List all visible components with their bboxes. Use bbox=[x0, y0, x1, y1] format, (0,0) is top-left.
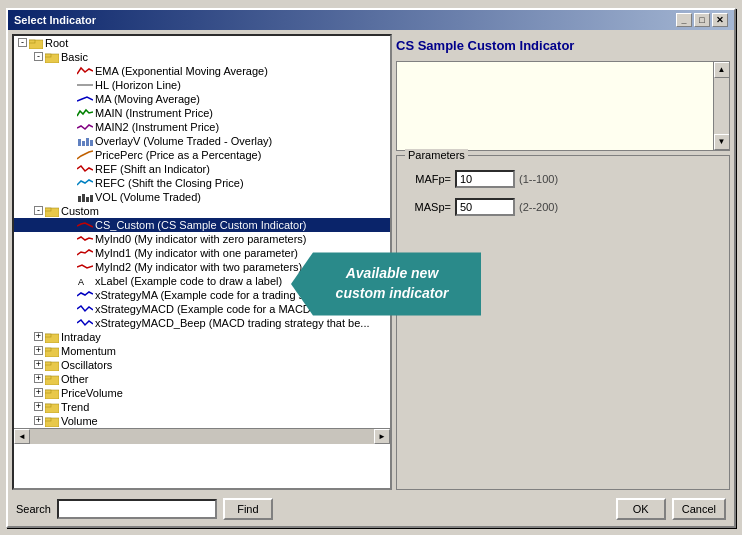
tree-item-main[interactable]: MAIN (Instrument Price) bbox=[14, 106, 390, 120]
folder-icon-volume bbox=[45, 415, 59, 427]
param1-input[interactable] bbox=[455, 170, 515, 188]
hl-label: HL (Horizon Line) bbox=[95, 79, 181, 91]
indicator-icon-refc bbox=[77, 177, 93, 189]
scroll-right-btn[interactable]: ► bbox=[374, 429, 390, 444]
find-button[interactable]: Find bbox=[223, 498, 273, 520]
expand-volume[interactable]: + bbox=[34, 416, 43, 425]
cancel-button[interactable]: Cancel bbox=[672, 498, 726, 520]
param2-range: (2--200) bbox=[519, 201, 558, 213]
tree-item-other[interactable]: + Other bbox=[14, 372, 390, 386]
title-bar-buttons: _ □ ✕ bbox=[676, 13, 728, 27]
svg-rect-19 bbox=[45, 348, 51, 351]
expand-pricevolume[interactable]: + bbox=[34, 388, 43, 397]
tree-item-ema[interactable]: EMA (Exponential Moving Average) bbox=[14, 64, 390, 78]
tree-item-xstrategymacd-beep[interactable]: xStrategyMACD_Beep (MACD trading strateg… bbox=[14, 316, 390, 330]
indicator-icon-main2 bbox=[77, 121, 93, 133]
tree-item-myind0[interactable]: MyInd0 (My indicator with zero parameter… bbox=[14, 232, 390, 246]
myind0-label: MyInd0 (My indicator with zero parameter… bbox=[95, 233, 307, 245]
action-buttons: OK Cancel bbox=[616, 498, 726, 520]
expand-basic[interactable]: - bbox=[34, 52, 43, 61]
other-label: Other bbox=[61, 373, 89, 385]
indicator-icon-priceperc bbox=[77, 149, 93, 161]
tree-item-hl[interactable]: HL (Horizon Line) bbox=[14, 78, 390, 92]
search-label: Search bbox=[16, 503, 51, 515]
tree-item-volume[interactable]: + Volume bbox=[14, 414, 390, 428]
minimize-button[interactable]: _ bbox=[676, 13, 692, 27]
param-row-2: MASp= (2--200) bbox=[401, 198, 725, 216]
arrow-label: Available new custom indicator bbox=[336, 265, 449, 301]
tree-item-momentum[interactable]: + Momentum bbox=[14, 344, 390, 358]
ok-button[interactable]: OK bbox=[616, 498, 666, 520]
scroll-left-btn[interactable]: ◄ bbox=[14, 429, 30, 444]
xstrategymacd-beep-label: xStrategyMACD_Beep (MACD trading strateg… bbox=[95, 317, 370, 329]
expand-trend[interactable]: + bbox=[34, 402, 43, 411]
tree-item-main2[interactable]: MAIN2 (Instrument Price) bbox=[14, 120, 390, 134]
close-button[interactable]: ✕ bbox=[712, 13, 728, 27]
momentum-label: Momentum bbox=[61, 345, 116, 357]
scroll-track[interactable] bbox=[30, 429, 374, 444]
scroll-up-btn[interactable]: ▲ bbox=[714, 62, 730, 78]
svg-rect-10 bbox=[82, 194, 85, 202]
params-group: Parameters MAFp= (1--100) MASp= (2--200) bbox=[396, 155, 730, 490]
svg-rect-21 bbox=[45, 362, 51, 365]
expand-intraday[interactable]: + bbox=[34, 332, 43, 341]
horizontal-scrollbar[interactable]: ◄ ► bbox=[14, 428, 390, 444]
svg-rect-3 bbox=[45, 54, 51, 57]
bottom-bar: Search Find OK Cancel bbox=[8, 494, 734, 526]
ma-label: MA (Moving Average) bbox=[95, 93, 200, 105]
folder-icon-momentum bbox=[45, 345, 59, 357]
tree-item-cs-custom[interactable]: CS_Custom (CS Sample Custom Indicator) bbox=[14, 218, 390, 232]
svg-rect-23 bbox=[45, 376, 51, 379]
indicator-icon-overlayv bbox=[77, 135, 93, 147]
expand-custom[interactable]: - bbox=[34, 206, 43, 215]
folder-icon-intraday bbox=[45, 331, 59, 343]
svg-rect-6 bbox=[82, 141, 85, 146]
tree-item-priceperc[interactable]: PricePerc (Price as a Percentage) bbox=[14, 148, 390, 162]
tree-item-refc[interactable]: REFC (Shift the Closing Price) bbox=[14, 176, 390, 190]
tree-item-root[interactable]: - Root bbox=[14, 36, 390, 50]
svg-rect-1 bbox=[29, 40, 35, 43]
maximize-button[interactable]: □ bbox=[694, 13, 710, 27]
main2-label: MAIN2 (Instrument Price) bbox=[95, 121, 219, 133]
cs-custom-label: CS_Custom (CS Sample Custom Indicator) bbox=[95, 219, 307, 231]
tree-item-ma[interactable]: MA (Moving Average) bbox=[14, 92, 390, 106]
scroll-down-btn[interactable]: ▼ bbox=[714, 134, 730, 150]
expand-momentum[interactable]: + bbox=[34, 346, 43, 355]
tree-item-pricevolume[interactable]: + PriceVolume bbox=[14, 386, 390, 400]
param1-range: (1--100) bbox=[519, 173, 558, 185]
tree-item-trend[interactable]: + Trend bbox=[14, 400, 390, 414]
folder-icon-basic bbox=[45, 51, 59, 63]
tree-item-basic[interactable]: - Basic bbox=[14, 50, 390, 64]
tree-item-custom[interactable]: - Custom bbox=[14, 204, 390, 218]
title-bar: Select Indicator _ □ ✕ bbox=[8, 10, 734, 30]
folder-icon-custom bbox=[45, 205, 59, 217]
expand-other[interactable]: + bbox=[34, 374, 43, 383]
myind1-label: MyInd1 (My indicator with one parameter) bbox=[95, 247, 298, 259]
trend-label: Trend bbox=[61, 401, 89, 413]
folder-icon-other bbox=[45, 373, 59, 385]
pricevolume-label: PriceVolume bbox=[61, 387, 123, 399]
arrow-text: Available new custom indicator bbox=[291, 252, 481, 315]
tree-item-intraday[interactable]: + Intraday bbox=[14, 330, 390, 344]
indicator-icon-main bbox=[77, 107, 93, 119]
custom-label: Custom bbox=[61, 205, 99, 217]
tree-item-overlayv[interactable]: OverlayV (Volume Traded - Overlay) bbox=[14, 134, 390, 148]
svg-rect-7 bbox=[86, 138, 89, 146]
expand-root[interactable]: - bbox=[18, 38, 27, 47]
myind2-label: MyInd2 (My indicator with two parameters… bbox=[95, 261, 302, 273]
search-input[interactable] bbox=[57, 499, 217, 519]
tree-item-ref[interactable]: REF (Shift an Indicator) bbox=[14, 162, 390, 176]
tree-item-vol[interactable]: VOL (Volume Traded) bbox=[14, 190, 390, 204]
select-indicator-window: Select Indicator _ □ ✕ - Root - bbox=[6, 8, 736, 528]
tree-item-oscillators[interactable]: + Oscillators bbox=[14, 358, 390, 372]
svg-text:A: A bbox=[78, 277, 84, 286]
indicator-icon-ref bbox=[77, 163, 93, 175]
indicator-icon-xstrategyma bbox=[77, 289, 93, 301]
expand-oscillators[interactable]: + bbox=[34, 360, 43, 369]
indicator-icon-myind0 bbox=[77, 233, 93, 245]
param2-input[interactable] bbox=[455, 198, 515, 216]
param2-label: MASp= bbox=[401, 201, 451, 213]
ema-label: EMA (Exponential Moving Average) bbox=[95, 65, 268, 77]
svg-rect-12 bbox=[90, 195, 93, 202]
indicator-icon-ema bbox=[77, 65, 93, 77]
